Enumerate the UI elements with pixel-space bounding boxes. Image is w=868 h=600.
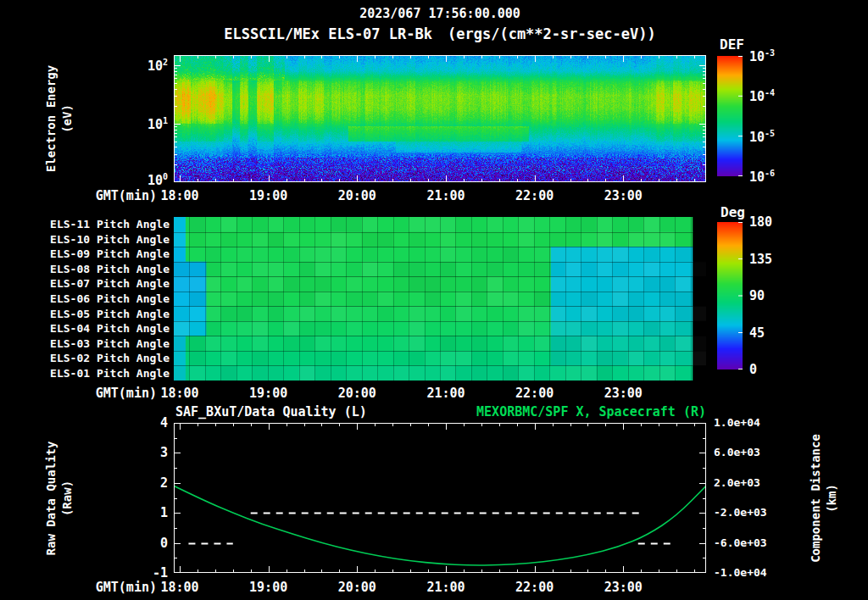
def-colorbar-tick-label: 10-6 [749, 169, 775, 185]
spectrogram-y-axis-label: Electron Energy (eV) [43, 65, 75, 172]
pitch-row-label: ELS-08 Pitch Angle [50, 263, 170, 275]
deg-colorbar-tick-label: 180 [749, 214, 772, 230]
x-tick-label: 22:00 [505, 580, 565, 595]
x-tick-label: 23:00 [593, 188, 653, 203]
def-colorbar-tick-label: 10-3 [749, 48, 775, 64]
spectrogram-y-axis-label-line1: Electron Energy [43, 65, 59, 172]
x-tick-label: 18:00 [150, 580, 209, 595]
right-y-tick-label: -1.0e+04 [714, 566, 767, 579]
pitch-angle-panel [174, 217, 706, 381]
instrument-name: ELSSCIL/MEx ELS-07 LR-Bk [224, 25, 432, 42]
deg-colorbar-tick-label: 0 [749, 362, 757, 377]
right-y-tick-label: -6.0e+03 [714, 536, 767, 549]
x-tick-label: 22:00 [505, 188, 565, 203]
x-tick-label: 19:00 [239, 580, 298, 595]
left-y-tick-label: 3 [160, 445, 168, 460]
x-tick-label: 18:00 [150, 188, 209, 203]
x-tick-label: 22:00 [505, 386, 565, 401]
gmt-axis-label: GMT(min) [96, 188, 157, 203]
data-quality-distance-plot [174, 423, 706, 573]
line-panel-title-left: SAF_BXuT/Data Quality (L) [175, 404, 367, 419]
x-tick-label: 18:00 [150, 386, 209, 401]
x-tick-label: 21:00 [416, 188, 476, 203]
line-panel-title-right: MEXORBMC/SPF X, Spacecraft (R) [476, 404, 706, 419]
left-y-tick-label: 2 [160, 475, 168, 491]
pitch-row-label: ELS-10 Pitch Angle [50, 233, 170, 246]
spec-y-tick-label: 102 [147, 58, 168, 74]
deg-colorbar [717, 222, 743, 369]
deg-colorbar-tick-label: 90 [749, 288, 765, 303]
plot-datetime-title: 2023/067 17:56:00.000 [174, 6, 706, 21]
x-tick-label: 23:00 [593, 580, 653, 595]
pitch-row-label: ELS-11 Pitch Angle [50, 218, 170, 231]
right-y-tick-label: -2.0e+03 [714, 506, 767, 519]
pitch-row-label: ELS-05 Pitch Angle [50, 308, 170, 320]
right-y-tick-label: 2.0e+03 [714, 476, 760, 489]
pitch-row-label: ELS-06 Pitch Angle [50, 292, 170, 305]
left-y-tick-label: 0 [160, 536, 168, 551]
pitch-row-label: ELS-02 Pitch Angle [50, 352, 170, 364]
line-panel-left-axis-label-line2: (Raw) [59, 442, 75, 556]
def-colorbar [717, 56, 743, 176]
line-panel-right-axis-label-line1: Component Distance [808, 434, 824, 563]
spec-y-tick-label: 101 [147, 116, 168, 132]
def-colorbar-tick-label: 10-5 [749, 129, 775, 145]
spectrogram-y-axis-label-line2: (eV) [59, 65, 75, 172]
spec-y-tick-label: 100 [147, 172, 168, 188]
left-y-tick-label: 1 [160, 505, 168, 520]
def-colorbar-tick-label: 10-4 [749, 88, 775, 104]
x-tick-label: 23:00 [593, 386, 653, 401]
electron-energy-spectrogram [174, 55, 706, 182]
pitch-row-label: ELS-01 Pitch Angle [50, 367, 170, 380]
x-tick-label: 19:00 [239, 386, 298, 401]
right-y-tick-label: 1.0e+04 [714, 416, 760, 429]
line-panel-left-axis-label-line1: Raw Data Quality [43, 442, 59, 556]
x-tick-label: 21:00 [416, 386, 476, 401]
deg-colorbar-tick-label: 135 [749, 252, 772, 267]
deg-colorbar-label: Deg [721, 204, 745, 220]
line-panel-right-axis-label-line2: (km) [824, 434, 840, 563]
pitch-row-label: ELS-09 Pitch Angle [50, 247, 170, 260]
left-y-tick-label: 4 [160, 415, 168, 431]
line-panel-right-axis-label: Component Distance (km) [808, 434, 840, 563]
deg-colorbar-tick-label: 45 [749, 325, 765, 341]
pitch-row-label: ELS-07 Pitch Angle [50, 277, 170, 290]
line-panel-left-axis-label: Raw Data Quality (Raw) [43, 442, 75, 556]
x-tick-label: 20:00 [327, 580, 387, 595]
right-y-tick-label: 6.0e+03 [714, 446, 760, 458]
flux-units-label: (ergs/(cm**2-sr-sec-eV)) [448, 25, 656, 42]
science-plot-screen: 2023/067 17:56:00.000 ELSSCIL/MEx ELS-07… [0, 0, 868, 600]
x-tick-label: 20:00 [327, 386, 387, 401]
gmt-axis-label: GMT(min) [96, 580, 157, 595]
pitch-row-label: ELS-03 Pitch Angle [50, 337, 170, 350]
pitch-row-label: ELS-04 Pitch Angle [50, 322, 170, 335]
x-tick-label: 21:00 [416, 580, 476, 595]
plot-main-title: ELSSCIL/MEx ELS-07 LR-Bk(ergs/(cm**2-sr-… [89, 25, 791, 42]
x-tick-label: 19:00 [239, 188, 298, 203]
left-y-tick-label: -1 [153, 565, 168, 581]
gmt-axis-label: GMT(min) [96, 386, 157, 401]
def-colorbar-label: DEF [720, 36, 744, 53]
x-tick-label: 20:00 [327, 188, 387, 203]
